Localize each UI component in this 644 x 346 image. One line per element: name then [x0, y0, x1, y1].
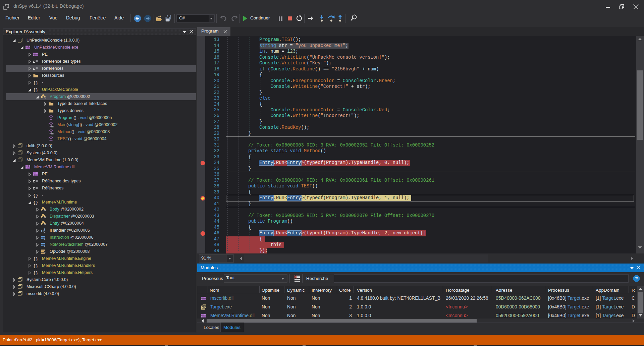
svg-text:?: ?	[635, 276, 638, 281]
